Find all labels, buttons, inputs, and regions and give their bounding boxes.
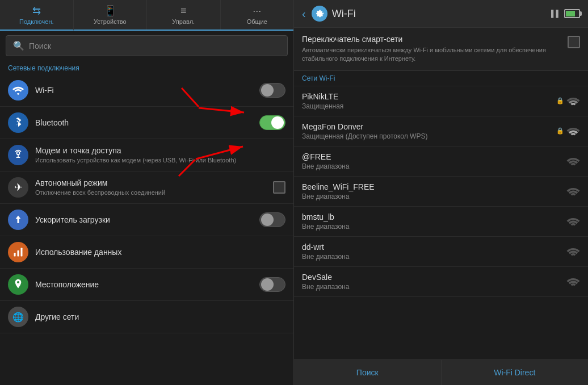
network-status-free: Вне диапазона [302,162,566,170]
battery-icon [564,9,580,18]
wifi-signal-lock-pikniklte: 🔒 [556,96,580,106]
airplane-title: Автономный режим [35,178,273,187]
wifi-icon [8,80,28,101]
settings-gear-icon [312,6,327,22]
airplane-checkbox[interactable] [273,181,285,194]
settings-item-airplane[interactable]: ✈ Автономный режим Отключение всех беспр… [0,171,293,204]
signal-icon-beeline [566,186,580,196]
back-button[interactable]: ‹ [302,7,306,20]
data-title: Использование данных [35,248,285,257]
location-toggle[interactable] [259,277,285,292]
wifi-networks-header: Сети Wi-Fi [294,71,588,86]
bluetooth-toggle-knob [271,116,284,129]
network-item-beeline[interactable]: Beeline_WiFi_FREE Вне диапазона [294,177,588,207]
smart-switch-desc: Автоматически переключаться между Wi-Fi … [302,46,562,64]
bluetooth-icon [8,112,28,133]
settings-item-location[interactable]: Местоположение [0,269,293,301]
lock-icon-pikniklte: 🔒 [556,97,564,104]
svg-rect-2 [18,250,19,257]
tab-device[interactable]: 📱 Устройство [74,0,148,30]
tab-manage-label: Управл. [172,18,195,25]
section-header: Сетевые подключения [0,61,293,74]
tether-subtitle: Использовать устройство как модем (через… [35,156,285,164]
network-name-pikniklte: PikNikLTE [302,92,556,101]
other-text: Другие сети [35,312,285,321]
svg-rect-3 [21,248,23,257]
wifi-toggle[interactable] [259,83,285,98]
wifi-text: Wi-Fi [35,86,259,95]
network-status-pikniklte: Защищенная [302,102,556,110]
lock-icon-megafon: 🔒 [556,127,564,135]
network-text-ddwrt: dd-wrt Вне диапазона [302,242,566,261]
signal-icon-devsale [566,277,580,287]
network-item-devsale[interactable]: DevSale Вне диапазона [294,267,588,297]
booster-title: Ускоритель загрузки [35,215,259,224]
tab-bar: ⇆ Подключен. 📱 Устройство ≡ Управл. ··· … [0,0,293,31]
tab-general[interactable]: ··· Общие [221,0,294,30]
smart-switch-title: Переключатель смарт-сети [302,35,562,44]
svg-point-0 [17,152,20,154]
smart-switch-text: Переключатель смарт-сети Автоматически п… [302,35,562,64]
manage-icon: ≡ [180,5,187,17]
booster-toggle[interactable] [259,212,285,227]
network-item-ddwrt[interactable]: dd-wrt Вне диапазона [294,237,588,267]
signal-icon-pikniklte [566,96,580,106]
svg-rect-1 [14,253,16,257]
other-icon: 🌐 [8,307,28,327]
location-icon [8,274,28,295]
battery-fill [566,11,575,16]
wifi-signal-lock-megafon: 🔒 [556,126,580,136]
airplane-subtitle: Отключение всех беспроводных соединений [35,189,273,196]
network-text-pikniklte: PikNikLTE Защищенная [302,92,556,110]
settings-item-wifi[interactable]: Wi-Fi [0,74,293,107]
smart-switch-checkbox[interactable] [568,36,580,48]
wifi-networks-label: Сети Wi-Fi [302,74,580,82]
tether-text: Модем и точка доступа Использовать устро… [35,146,285,164]
bluetooth-text: Bluetooth [35,118,259,127]
general-icon: ··· [253,5,261,17]
settings-item-bluetooth[interactable]: Bluetooth [0,107,293,139]
signal-icon-bmstu [566,216,580,227]
network-name-megafon: MegaFon Donver [302,122,556,131]
signal-icon-ddwrt [566,246,580,257]
wifi-panel-title: Wi-Fi [332,8,551,20]
status-icons: ▌▌ [551,9,580,18]
settings-item-other[interactable]: 🌐 Другие сети [0,301,293,333]
settings-item-tether[interactable]: Модем и точка доступа Использовать устро… [0,139,293,171]
signal-icon-megafon [566,126,580,136]
location-text: Местоположение [35,280,259,289]
tab-general-label: Общие [247,18,267,25]
airplane-text: Автономный режим Отключение всех беспров… [35,178,273,196]
right-panel: ‹ Wi-Fi ▌▌ Переключатель смарт-сети Авто… [294,0,588,385]
network-text-megafon: MegaFon Donver Защищенная (Доступен прот… [302,122,556,140]
tether-icon [8,145,28,165]
booster-text: Ускоритель загрузки [35,215,259,224]
tab-connections[interactable]: ⇆ Подключен. [0,0,74,31]
search-button[interactable]: Поиск [294,360,442,385]
signal-icon-free [566,156,580,166]
smart-switch-section: Переключатель смарт-сети Автоматически п… [294,28,588,71]
network-status-devsale: Вне диапазона [302,283,566,291]
settings-item-booster[interactable]: Ускоритель загрузки [0,204,293,236]
settings-item-data[interactable]: Использование данных [0,236,293,269]
tab-manage[interactable]: ≡ Управл. [147,0,221,30]
settings-list: Wi-Fi Bluetooth [0,74,293,385]
network-item-bmstu[interactable]: bmstu_lb Вне диапазона [294,207,588,237]
network-item-free[interactable]: @FREE Вне диапазона [294,147,588,177]
network-status-megafon: Защищенная (Доступен протокол WPS) [302,132,556,140]
network-text-free: @FREE Вне диапазона [302,152,566,170]
network-name-devsale: DevSale [302,273,566,282]
bluetooth-toggle[interactable] [259,115,285,130]
network-item-pikniklte[interactable]: PikNikLTE Защищенная 🔒 [294,86,588,116]
network-item-megafon[interactable]: MegaFon Donver Защищенная (Доступен прот… [294,116,588,147]
wifi-direct-button[interactable]: Wi-Fi Direct [442,360,589,385]
network-name-free: @FREE [302,152,566,161]
tab-device-label: Устройство [94,18,127,25]
wifi-header: ‹ Wi-Fi ▌▌ [294,0,588,28]
booster-icon [8,210,28,230]
search-bar[interactable]: 🔍 Поиск [6,35,288,56]
location-toggle-knob [261,278,274,291]
booster-toggle-knob [261,214,274,226]
network-list: PikNikLTE Защищенная 🔒 MegaFon Donver За… [294,86,588,359]
network-text-bmstu: bmstu_lb Вне диапазона [302,212,566,231]
